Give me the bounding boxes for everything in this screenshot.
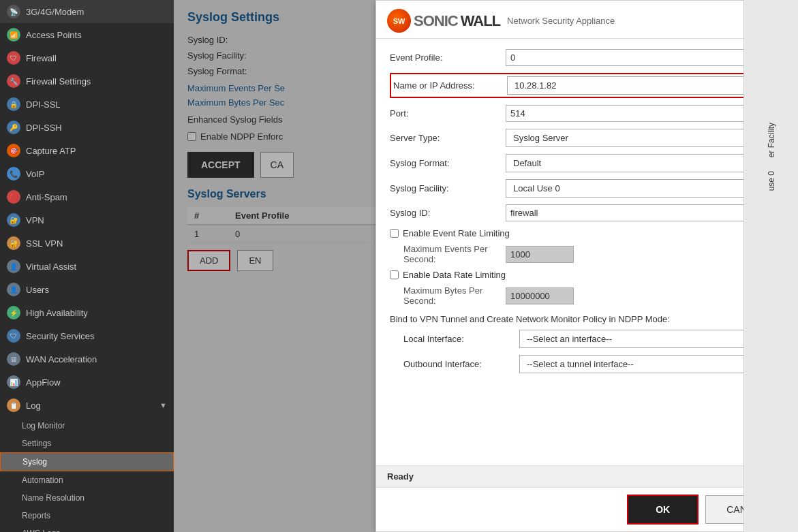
- sidebar-item-anti-spam[interactable]: 🚫 Anti-Spam: [0, 185, 174, 208]
- sidebar-sub-label: Settings: [22, 439, 51, 448]
- sidebar-sub-aws-logs[interactable]: AWS Logs: [0, 525, 174, 532]
- name-ip-label: Name or IP Address:: [391, 80, 507, 91]
- sidebar-sub-name-resolution[interactable]: Name Resolution: [0, 489, 174, 507]
- sidebar-label: SSL VPN: [26, 238, 63, 249]
- 3g4g-icon: 📡: [7, 5, 20, 18]
- modal-body: Event Profile: Name or IP Address: 10.28…: [376, 39, 797, 465]
- sidebar-item-dpi-ssl[interactable]: 🔒 DPI-SSL: [0, 93, 174, 116]
- event-profile-input[interactable]: [506, 49, 784, 66]
- name-ip-row: Name or IP Address: 10.28.1.82: [390, 73, 784, 98]
- sidebar-label: Access Points: [26, 30, 82, 40]
- sidebar-sub-syslog[interactable]: Syslog: [0, 452, 174, 471]
- sidebar-item-high-availability[interactable]: ⚡ High Availability: [0, 301, 174, 324]
- port-row: Port:: [390, 105, 784, 122]
- sidebar-item-log[interactable]: 📋 Log ▼: [0, 394, 174, 417]
- access-points-icon: 📶: [7, 28, 20, 42]
- sidebar-sub-reports[interactable]: Reports: [0, 507, 174, 525]
- syslog-id-label: Syslog ID:: [390, 208, 506, 218]
- syslog-facility-select[interactable]: Local Use 0: [506, 179, 784, 198]
- firewall-settings-icon: 🔧: [7, 74, 20, 88]
- port-label: Port:: [390, 108, 506, 119]
- event-profile-row: Event Profile:: [390, 49, 784, 66]
- enable-event-rate-checkbox[interactable]: [390, 229, 399, 238]
- syslog-facility-row: Syslog Facility: Local Use 0: [390, 179, 784, 198]
- local-interface-row: Local Interface: --Select an interface--: [390, 330, 784, 348]
- users-icon: 👤: [7, 283, 20, 296]
- max-bytes-input[interactable]: [506, 287, 574, 304]
- name-ip-select[interactable]: 10.28.1.82: [507, 76, 782, 95]
- sidebar-sub-label: Automation: [22, 475, 63, 485]
- anti-spam-icon: 🚫: [7, 190, 20, 204]
- appflow-icon: 📊: [7, 375, 20, 389]
- sidebar-label: Anti-Spam: [26, 192, 67, 202]
- outbound-interface-label: Outbound Interface:: [403, 359, 519, 369]
- max-events-label: Maximum Events Per Second:: [403, 244, 506, 264]
- bind-vpn-label: Bind to VPN Tunnel and Create Network Mo…: [390, 314, 784, 324]
- sidebar-label: Firewall: [26, 53, 57, 63]
- sonicwall-logo-circle: SW: [387, 9, 411, 33]
- sidebar-item-virtual-assist[interactable]: 👤 Virtual Assist: [0, 255, 174, 278]
- vpn-icon: 🔐: [7, 213, 20, 227]
- sidebar-label: DPI-SSH: [26, 123, 62, 133]
- syslog-format-label: Syslog Format:: [390, 158, 506, 168]
- ssl-vpn-icon: 🔐: [7, 236, 20, 250]
- sidebar-item-capture-atp[interactable]: 🎯 Capture ATP: [0, 139, 174, 162]
- sidebar-label: VoIP: [26, 169, 44, 179]
- syslog-facility-label: Syslog Facility:: [390, 183, 506, 193]
- logo-text: SW: [393, 17, 405, 25]
- enable-data-rate-row: Enable Data Rate Limiting: [390, 270, 784, 280]
- sidebar-label: Capture ATP: [26, 146, 76, 156]
- sidebar-item-3g4g[interactable]: 📡 3G/4G/Modem: [0, 0, 174, 23]
- sidebar-item-access-points[interactable]: 📶 Access Points: [0, 23, 174, 46]
- sidebar-item-voip[interactable]: 📞 VoIP: [0, 162, 174, 185]
- sidebar-label: VPN: [26, 215, 44, 225]
- sidebar-label: DPI-SSL: [26, 99, 61, 110]
- virtual-assist-icon: 👤: [7, 260, 20, 273]
- outbound-interface-row: Outbound Interface: --Select a tunnel in…: [390, 355, 784, 373]
- sidebar-item-dpi-ssh[interactable]: 🔑 DPI-SSH: [0, 116, 174, 139]
- sidebar-sub-log-monitor[interactable]: Log Monitor: [0, 417, 174, 435]
- port-input[interactable]: [506, 105, 784, 122]
- server-type-select[interactable]: Syslog Server: [506, 129, 784, 147]
- sidebar-item-security-services[interactable]: 🛡 Security Services: [0, 324, 174, 347]
- capture-atp-icon: 🎯: [7, 144, 20, 157]
- ok-button[interactable]: OK: [627, 495, 699, 525]
- sidebar-item-wan-acceleration[interactable]: 🖥 WAN Acceleration: [0, 347, 174, 371]
- sidebar-sub-automation[interactable]: Automation: [0, 471, 174, 489]
- enable-data-rate-checkbox[interactable]: [390, 270, 399, 279]
- right-edge-panel: er Facility use 0: [743, 0, 798, 532]
- syslog-format-select[interactable]: Default: [506, 154, 784, 172]
- sidebar-label: Users: [26, 285, 49, 295]
- syslog-format-row: Syslog Format: Default: [390, 154, 784, 172]
- server-type-row: Server Type: Syslog Server: [390, 129, 784, 147]
- sidebar: 📡 3G/4G/Modem 📶 Access Points 🛡 Firewall…: [0, 0, 174, 532]
- sidebar-item-firewall-settings[interactable]: 🔧 Firewall Settings: [0, 69, 174, 93]
- sidebar-item-ssl-vpn[interactable]: 🔐 SSL VPN: [0, 232, 174, 255]
- right-edge-facility: er Facility: [767, 123, 776, 157]
- sidebar-label: AppFlow: [26, 377, 61, 388]
- dpi-ssl-icon: 🔒: [7, 97, 20, 111]
- dpi-ssh-icon: 🔑: [7, 121, 20, 134]
- brand-container: SW SONICWALL: [387, 9, 500, 33]
- max-events-row: Maximum Events Per Second:: [390, 244, 784, 264]
- sidebar-item-appflow[interactable]: 📊 AppFlow: [0, 371, 174, 394]
- event-profile-label: Event Profile:: [390, 52, 506, 63]
- local-interface-label: Local Interface:: [403, 334, 519, 344]
- sidebar-sub-settings[interactable]: Settings: [0, 435, 174, 452]
- sidebar-item-vpn[interactable]: 🔐 VPN: [0, 208, 174, 232]
- max-events-input[interactable]: [506, 246, 574, 263]
- brand-wall: WALL: [461, 12, 500, 30]
- sidebar-sub-label: Name Resolution: [22, 493, 85, 503]
- sidebar-sub-label: Log Monitor: [22, 421, 65, 431]
- syslog-id-input[interactable]: [506, 204, 784, 221]
- max-bytes-row: Maximum Bytes Per Second:: [390, 285, 784, 306]
- sidebar-sub-label: Syslog: [22, 457, 47, 467]
- wan-acceleration-icon: 🖥: [7, 352, 20, 366]
- sidebar-item-firewall[interactable]: 🛡 Firewall: [0, 46, 174, 69]
- sidebar-item-users[interactable]: 👤 Users: [0, 278, 174, 301]
- brand-sonic: SONIC: [414, 12, 458, 30]
- modal-status: Ready: [376, 465, 797, 487]
- enable-event-rate-row: Enable Event Rate Limiting: [390, 228, 784, 238]
- syslog-modal: SW SONICWALL Network Security Appliance …: [375, 0, 798, 532]
- sidebar-label: High Availability: [26, 308, 88, 318]
